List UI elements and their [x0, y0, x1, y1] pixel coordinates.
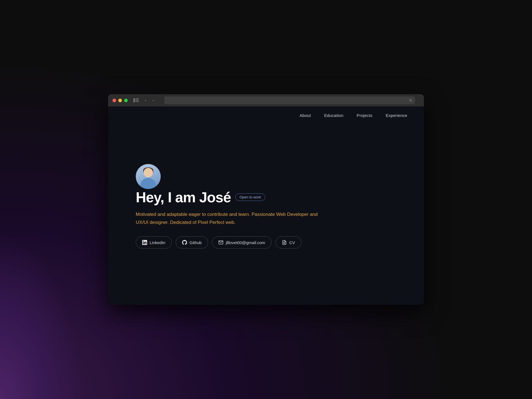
address-bar[interactable]: ↻ [164, 96, 415, 104]
forward-button[interactable]: › [150, 97, 157, 104]
minimize-button[interactable] [118, 99, 122, 102]
open-to-work-badge: Open to work [235, 193, 265, 201]
title-bar: ‹ › ↻ [108, 94, 424, 106]
linkedin-label: LinkedIn [150, 240, 165, 245]
cv-button[interactable]: CV [275, 236, 301, 249]
cv-icon [282, 240, 287, 245]
title-row: Hey, I am José Open to work [136, 189, 265, 206]
github-button[interactable]: Github [176, 236, 208, 249]
email-label: jlllovet00@gmail.com [226, 240, 265, 245]
address-input[interactable] [167, 98, 407, 103]
cv-label: CV [289, 240, 295, 245]
linkedin-button[interactable]: LinkedIn [136, 236, 172, 249]
close-button[interactable] [112, 99, 116, 102]
nav-projects[interactable]: Projects [357, 113, 372, 118]
hero-title: Hey, I am José [136, 189, 231, 206]
title-bar-controls: ‹ › [133, 97, 157, 104]
linkedin-icon [142, 240, 147, 245]
maximize-button[interactable] [124, 99, 128, 102]
sidebar-toggle-icon[interactable] [133, 98, 139, 102]
nav-experience[interactable]: Experience [386, 113, 407, 118]
avatar [136, 164, 161, 189]
traffic-lights [112, 99, 128, 102]
email-button[interactable]: jlllovet00@gmail.com [212, 236, 272, 249]
email-icon [218, 240, 223, 245]
github-icon [182, 240, 187, 245]
nav-arrows: ‹ › [142, 97, 157, 104]
back-button[interactable]: ‹ [142, 97, 149, 104]
reload-icon[interactable]: ↻ [409, 98, 412, 103]
hero-description: Motivated and adaptable eager to contrib… [136, 211, 319, 227]
social-links: LinkedIn Github [136, 236, 301, 249]
webpage-content: About Education Projects Experience Hey,… [108, 106, 424, 305]
nav-education[interactable]: Education [324, 113, 343, 118]
github-label: Github [190, 240, 202, 245]
browser-window: ‹ › ↻ About Education Projects Experienc… [108, 94, 424, 305]
hero-section: Hey, I am José Open to work Motivated an… [108, 124, 424, 305]
nav-about[interactable]: About [300, 113, 311, 118]
nav: About Education Projects Experience [108, 106, 424, 124]
